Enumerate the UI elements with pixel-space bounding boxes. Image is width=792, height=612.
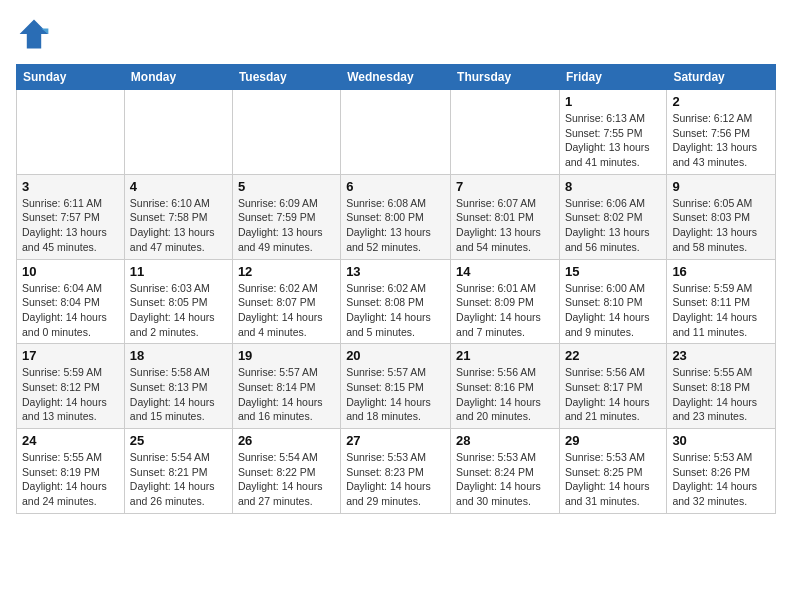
day-number: 5 [238,179,335,194]
calendar-cell [451,90,560,175]
day-number: 1 [565,94,661,109]
day-number: 24 [22,433,119,448]
day-number: 30 [672,433,770,448]
day-number: 9 [672,179,770,194]
calendar-cell: 3Sunrise: 6:11 AM Sunset: 7:57 PM Daylig… [17,174,125,259]
day-info: Sunrise: 5:55 AM Sunset: 8:19 PM Dayligh… [22,450,119,509]
day-number: 14 [456,264,554,279]
weekday-header-tuesday: Tuesday [232,65,340,90]
weekday-header-thursday: Thursday [451,65,560,90]
day-info: Sunrise: 6:06 AM Sunset: 8:02 PM Dayligh… [565,196,661,255]
day-info: Sunrise: 5:54 AM Sunset: 8:22 PM Dayligh… [238,450,335,509]
day-number: 6 [346,179,445,194]
weekday-header-sunday: Sunday [17,65,125,90]
weekday-header-monday: Monday [124,65,232,90]
calendar-cell: 8Sunrise: 6:06 AM Sunset: 8:02 PM Daylig… [559,174,666,259]
calendar-cell: 4Sunrise: 6:10 AM Sunset: 7:58 PM Daylig… [124,174,232,259]
calendar-week-row: 17Sunrise: 5:59 AM Sunset: 8:12 PM Dayli… [17,344,776,429]
calendar-week-row: 3Sunrise: 6:11 AM Sunset: 7:57 PM Daylig… [17,174,776,259]
day-number: 23 [672,348,770,363]
day-info: Sunrise: 6:01 AM Sunset: 8:09 PM Dayligh… [456,281,554,340]
day-info: Sunrise: 5:53 AM Sunset: 8:23 PM Dayligh… [346,450,445,509]
day-number: 11 [130,264,227,279]
day-info: Sunrise: 6:08 AM Sunset: 8:00 PM Dayligh… [346,196,445,255]
day-info: Sunrise: 5:59 AM Sunset: 8:12 PM Dayligh… [22,365,119,424]
day-number: 4 [130,179,227,194]
day-number: 18 [130,348,227,363]
day-info: Sunrise: 5:53 AM Sunset: 8:25 PM Dayligh… [565,450,661,509]
day-info: Sunrise: 5:54 AM Sunset: 8:21 PM Dayligh… [130,450,227,509]
calendar-week-row: 1Sunrise: 6:13 AM Sunset: 7:55 PM Daylig… [17,90,776,175]
calendar-cell: 19Sunrise: 5:57 AM Sunset: 8:14 PM Dayli… [232,344,340,429]
day-number: 28 [456,433,554,448]
day-info: Sunrise: 6:11 AM Sunset: 7:57 PM Dayligh… [22,196,119,255]
calendar-cell: 20Sunrise: 5:57 AM Sunset: 8:15 PM Dayli… [341,344,451,429]
calendar-cell: 22Sunrise: 5:56 AM Sunset: 8:17 PM Dayli… [559,344,666,429]
day-info: Sunrise: 5:56 AM Sunset: 8:17 PM Dayligh… [565,365,661,424]
calendar-table: SundayMondayTuesdayWednesdayThursdayFrid… [16,64,776,514]
day-number: 25 [130,433,227,448]
calendar-cell: 12Sunrise: 6:02 AM Sunset: 8:07 PM Dayli… [232,259,340,344]
day-info: Sunrise: 5:57 AM Sunset: 8:14 PM Dayligh… [238,365,335,424]
calendar-week-row: 10Sunrise: 6:04 AM Sunset: 8:04 PM Dayli… [17,259,776,344]
calendar-cell: 27Sunrise: 5:53 AM Sunset: 8:23 PM Dayli… [341,429,451,514]
calendar-cell: 28Sunrise: 5:53 AM Sunset: 8:24 PM Dayli… [451,429,560,514]
day-number: 13 [346,264,445,279]
calendar-cell: 9Sunrise: 6:05 AM Sunset: 8:03 PM Daylig… [667,174,776,259]
day-info: Sunrise: 5:55 AM Sunset: 8:18 PM Dayligh… [672,365,770,424]
day-info: Sunrise: 6:03 AM Sunset: 8:05 PM Dayligh… [130,281,227,340]
day-number: 19 [238,348,335,363]
day-info: Sunrise: 6:00 AM Sunset: 8:10 PM Dayligh… [565,281,661,340]
calendar-cell: 24Sunrise: 5:55 AM Sunset: 8:19 PM Dayli… [17,429,125,514]
logo [16,16,56,52]
day-info: Sunrise: 5:58 AM Sunset: 8:13 PM Dayligh… [130,365,227,424]
day-info: Sunrise: 6:02 AM Sunset: 8:08 PM Dayligh… [346,281,445,340]
day-info: Sunrise: 5:57 AM Sunset: 8:15 PM Dayligh… [346,365,445,424]
logo-icon [16,16,52,52]
day-info: Sunrise: 5:53 AM Sunset: 8:24 PM Dayligh… [456,450,554,509]
calendar-cell [232,90,340,175]
calendar-cell: 17Sunrise: 5:59 AM Sunset: 8:12 PM Dayli… [17,344,125,429]
day-number: 10 [22,264,119,279]
calendar-cell: 15Sunrise: 6:00 AM Sunset: 8:10 PM Dayli… [559,259,666,344]
calendar-cell [341,90,451,175]
calendar-cell: 6Sunrise: 6:08 AM Sunset: 8:00 PM Daylig… [341,174,451,259]
day-info: Sunrise: 5:56 AM Sunset: 8:16 PM Dayligh… [456,365,554,424]
day-info: Sunrise: 6:10 AM Sunset: 7:58 PM Dayligh… [130,196,227,255]
day-info: Sunrise: 5:53 AM Sunset: 8:26 PM Dayligh… [672,450,770,509]
day-number: 8 [565,179,661,194]
day-number: 17 [22,348,119,363]
weekday-header-friday: Friday [559,65,666,90]
day-number: 7 [456,179,554,194]
day-number: 27 [346,433,445,448]
day-info: Sunrise: 6:09 AM Sunset: 7:59 PM Dayligh… [238,196,335,255]
page-header [16,16,776,52]
calendar-cell: 25Sunrise: 5:54 AM Sunset: 8:21 PM Dayli… [124,429,232,514]
day-number: 21 [456,348,554,363]
calendar-cell: 14Sunrise: 6:01 AM Sunset: 8:09 PM Dayli… [451,259,560,344]
calendar-cell: 2Sunrise: 6:12 AM Sunset: 7:56 PM Daylig… [667,90,776,175]
weekday-header-wednesday: Wednesday [341,65,451,90]
weekday-header-saturday: Saturday [667,65,776,90]
calendar-cell: 5Sunrise: 6:09 AM Sunset: 7:59 PM Daylig… [232,174,340,259]
calendar-cell: 13Sunrise: 6:02 AM Sunset: 8:08 PM Dayli… [341,259,451,344]
day-info: Sunrise: 6:07 AM Sunset: 8:01 PM Dayligh… [456,196,554,255]
calendar-cell: 11Sunrise: 6:03 AM Sunset: 8:05 PM Dayli… [124,259,232,344]
calendar-cell: 30Sunrise: 5:53 AM Sunset: 8:26 PM Dayli… [667,429,776,514]
calendar-cell: 29Sunrise: 5:53 AM Sunset: 8:25 PM Dayli… [559,429,666,514]
calendar-cell: 1Sunrise: 6:13 AM Sunset: 7:55 PM Daylig… [559,90,666,175]
day-number: 26 [238,433,335,448]
day-number: 15 [565,264,661,279]
calendar-cell: 23Sunrise: 5:55 AM Sunset: 8:18 PM Dayli… [667,344,776,429]
day-info: Sunrise: 6:13 AM Sunset: 7:55 PM Dayligh… [565,111,661,170]
calendar-cell: 18Sunrise: 5:58 AM Sunset: 8:13 PM Dayli… [124,344,232,429]
day-info: Sunrise: 5:59 AM Sunset: 8:11 PM Dayligh… [672,281,770,340]
calendar-cell: 16Sunrise: 5:59 AM Sunset: 8:11 PM Dayli… [667,259,776,344]
day-number: 22 [565,348,661,363]
day-number: 20 [346,348,445,363]
calendar-cell [17,90,125,175]
calendar-cell: 26Sunrise: 5:54 AM Sunset: 8:22 PM Dayli… [232,429,340,514]
calendar-header-row: SundayMondayTuesdayWednesdayThursdayFrid… [17,65,776,90]
calendar-cell: 10Sunrise: 6:04 AM Sunset: 8:04 PM Dayli… [17,259,125,344]
calendar-week-row: 24Sunrise: 5:55 AM Sunset: 8:19 PM Dayli… [17,429,776,514]
